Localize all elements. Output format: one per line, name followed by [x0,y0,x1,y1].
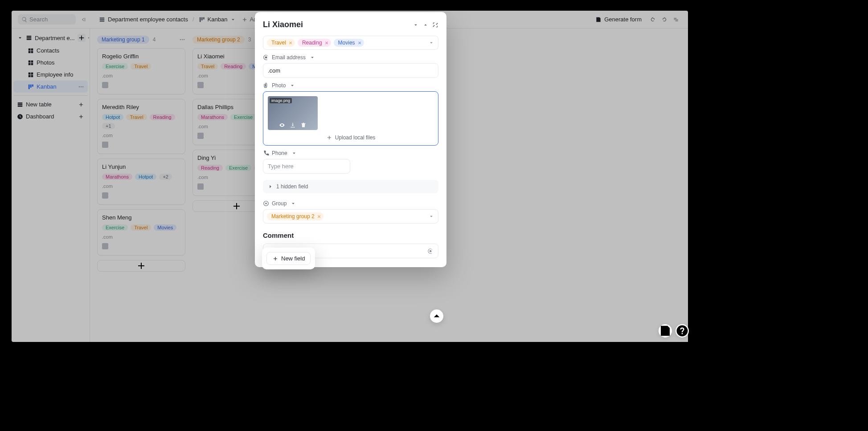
eye-icon[interactable] [279,122,285,128]
chevron-up-icon[interactable] [422,22,429,28]
new-field-popover: New field [262,248,315,269]
upload-files-button[interactable]: Upload local files [326,134,376,141]
notes-fab[interactable] [659,324,672,337]
tag-chip: Movies✕ [334,39,364,47]
single-select-icon [263,200,269,207]
attachment-icon [263,82,269,89]
remove-chip-icon[interactable]: ✕ [358,41,361,45]
remove-chip-icon[interactable]: ✕ [289,41,292,45]
modal-title: Li Xiaomei [263,20,303,29]
scroll-up-fab[interactable] [430,309,443,323]
record-modal: Li Xiaomei Travel✕Reading✕Movies✕ Email … [255,12,446,267]
plus-icon [272,256,278,262]
chevron-down-icon[interactable] [413,22,419,28]
trash-icon[interactable] [300,122,307,128]
remove-chip-icon[interactable]: ✕ [317,214,321,219]
photo-field[interactable]: image.png Upload local files [263,91,438,146]
svg-point-16 [265,203,267,204]
phone-input[interactable]: Type here [263,159,350,174]
caret-right-icon [267,183,274,190]
field-label-email[interactable]: Email address [263,54,438,61]
chevron-down-icon [428,213,434,220]
photo-thumbnail[interactable]: image.png [268,96,318,130]
field-label-photo[interactable]: Photo [263,82,438,89]
field-label-group[interactable]: Group [263,200,438,207]
chevron-down-icon [290,200,296,207]
remove-chip-icon[interactable]: ✕ [325,41,328,45]
tag-chip: Travel✕ [267,39,295,47]
email-input[interactable]: .com [263,63,438,78]
collapse-icon[interactable] [432,22,438,28]
chevron-down-icon [309,54,315,61]
help-fab[interactable] [676,324,689,337]
download-icon[interactable] [290,122,296,128]
chevron-down-icon [428,40,434,46]
group-select[interactable]: Marketing group 2✕ [263,209,438,224]
phone-icon [263,150,269,156]
comment-header: Comment [263,232,438,239]
plus-icon [326,134,332,141]
tag-chip: Reading✕ [298,39,331,47]
hidden-fields-toggle[interactable]: 1 hidden field [263,180,438,193]
tags-multiselect[interactable]: Travel✕Reading✕Movies✕ [263,36,438,50]
mention-icon[interactable] [427,248,434,254]
group-chip: Marketing group 2✕ [267,212,323,220]
photo-filename: image.png [270,98,292,103]
chevron-down-icon [289,82,295,89]
field-label-phone[interactable]: Phone [263,150,438,156]
chevron-down-icon [291,150,297,156]
at-icon [263,54,269,61]
new-field-button[interactable]: New field [266,252,311,265]
